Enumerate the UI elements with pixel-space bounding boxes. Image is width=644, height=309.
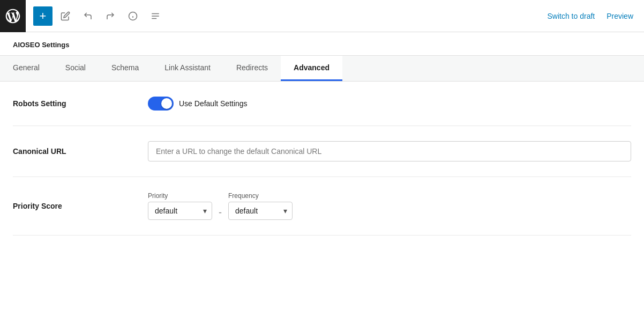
tab-social[interactable]: Social: [53, 56, 99, 81]
robots-toggle[interactable]: [148, 97, 174, 111]
frequency-dropdown-group: Frequency default always hourly daily we…: [228, 192, 293, 220]
aioseo-tabs: General Social Schema Link Assistant Red…: [0, 56, 644, 82]
toggle-wrapper: Use Default Settings: [148, 97, 248, 111]
canonical-url-label: Canonical URL: [13, 147, 131, 156]
frequency-select[interactable]: default always hourly daily weekly month…: [228, 202, 293, 220]
canonical-url-row: Canonical URL: [13, 126, 631, 177]
priority-score-label: Priority Score: [13, 202, 131, 210]
list-view-button[interactable]: [146, 6, 165, 26]
separator: -: [219, 194, 222, 218]
toggle-label: Use Default Settings: [179, 99, 248, 108]
wordpress-logo: [0, 0, 26, 32]
aioseo-header: AIOSEO Settings: [0, 32, 644, 56]
settings-content: Robots Setting Use Default Settings Cano…: [0, 82, 644, 236]
undo-button[interactable]: [78, 6, 98, 26]
priority-dropdown-label: Priority: [148, 192, 212, 200]
priority-score-dropdowns-wrapper: Priority default 0.0 0.1 0.5 1.0: [148, 192, 293, 220]
priority-select[interactable]: default 0.0 0.1 0.5 1.0: [148, 202, 212, 220]
priority-score-row: Priority Score Priority default 0.0 0.1 …: [13, 177, 631, 236]
tab-link-assistant[interactable]: Link Assistant: [152, 56, 223, 81]
robots-setting-control: Use Default Settings: [148, 97, 631, 111]
edit-icon-button[interactable]: [56, 6, 75, 26]
canonical-url-control: [148, 141, 631, 161]
redo-button[interactable]: [101, 6, 120, 26]
tab-schema[interactable]: Schema: [99, 56, 152, 81]
preview-link[interactable]: Preview: [602, 12, 638, 20]
main-toolbar: + Switch to draft Preview: [0, 0, 644, 32]
frequency-dropdown-wrapper: default always hourly daily weekly month…: [228, 202, 293, 220]
priority-dropdown-wrapper: default 0.0 0.1 0.5 1.0: [148, 202, 212, 220]
canonical-url-input[interactable]: [148, 141, 631, 161]
aioseo-panel-title: AIOSEO Settings: [13, 41, 631, 49]
tab-general[interactable]: General: [0, 56, 53, 81]
add-block-button[interactable]: +: [33, 6, 53, 26]
tab-advanced[interactable]: Advanced: [281, 56, 342, 81]
priority-dropdowns: Priority default 0.0 0.1 0.5 1.0: [148, 192, 293, 220]
info-button[interactable]: [123, 6, 143, 26]
priority-score-control: Priority default 0.0 0.1 0.5 1.0: [148, 192, 631, 220]
switch-to-draft-link[interactable]: Switch to draft: [543, 12, 600, 20]
robots-setting-row: Robots Setting Use Default Settings: [13, 82, 631, 126]
robots-setting-label: Robots Setting: [13, 99, 131, 108]
tab-redirects[interactable]: Redirects: [223, 56, 281, 81]
priority-dropdown-group: Priority default 0.0 0.1 0.5 1.0: [148, 192, 212, 220]
frequency-dropdown-label: Frequency: [228, 192, 293, 200]
aioseo-settings-panel: AIOSEO Settings General Social Schema Li…: [0, 32, 644, 236]
